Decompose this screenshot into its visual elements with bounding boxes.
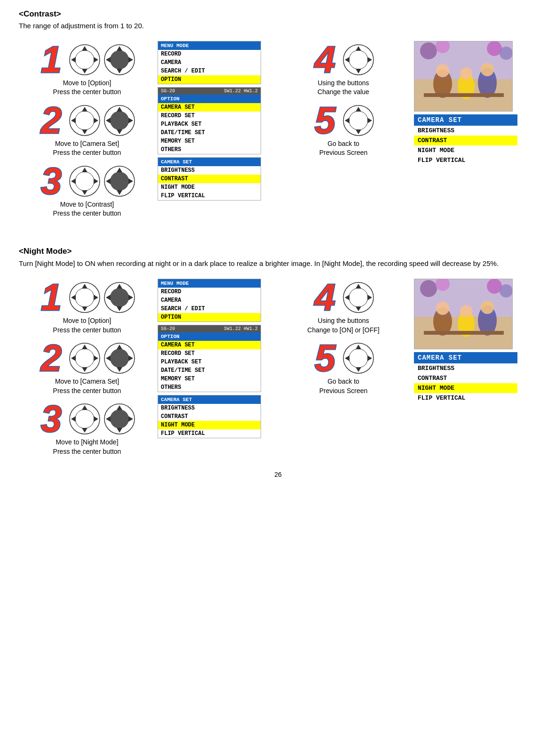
svg-marker-44 (356, 107, 361, 112)
svg-marker-101 (345, 295, 349, 300)
svg-marker-108 (367, 355, 372, 361)
svg-marker-32 (117, 168, 122, 172)
night-camera-set-item: CAMERA SET (158, 341, 261, 349)
svg-marker-29 (94, 178, 98, 184)
dpad-right-2 (103, 104, 136, 137)
svg-point-50 (420, 42, 437, 59)
svg-marker-22 (106, 118, 111, 123)
svg-marker-21 (117, 129, 122, 134)
svg-marker-90 (94, 416, 98, 422)
svg-marker-2 (82, 46, 87, 51)
night-result-screen: CAMERA SET BRIGHTNESS CONTRAST NIGHT MOD… (414, 352, 517, 403)
night-sg20-label: SG-20 (161, 326, 175, 331)
svg-marker-71 (106, 295, 111, 300)
contrast-step1-num: 1 (39, 41, 64, 79)
night-dpad-right-2 (103, 342, 136, 375)
night-step3-num: 3 (39, 400, 64, 438)
contrast-left-steps: 1 (19, 41, 155, 219)
svg-point-19 (110, 111, 129, 130)
svg-marker-35 (128, 178, 133, 184)
contrast-menu-option: OPTION (158, 75, 261, 84)
svg-point-92 (110, 410, 129, 428)
svg-marker-23 (128, 118, 133, 123)
night-step4-num: 4 (312, 279, 338, 316)
night-cs-contrast: CONTRAST (414, 373, 517, 383)
contrast-option-screen: SG-20 SW1.22 HW1.2 OPTION CAMERA SET REC… (158, 87, 261, 154)
dpad-left-2 (68, 104, 101, 137)
night-cs-brightness: BRIGHTNESS (414, 363, 517, 373)
night-datetime-set-item: DATE/TIME SET (158, 366, 261, 375)
night-step2-row: 2 (39, 339, 136, 377)
svg-marker-9 (117, 69, 122, 73)
svg-point-111 (420, 280, 437, 297)
contrast-step4-block: 4 Using the buttonsCh (275, 41, 412, 97)
night-step5-dpads (342, 342, 375, 375)
contrast-step2-num: 2 (39, 102, 64, 139)
night-mode-title: <Night Mode> (19, 247, 537, 256)
contrast-result-screen: CAMERA SET BRIGHTNESS CONTRAST NIGHT MOD… (414, 114, 517, 165)
night-dpad-step4 (342, 281, 375, 314)
svg-marker-8 (117, 46, 122, 51)
contrast-cs-night-mode: NIGHT MODE (414, 145, 517, 155)
contrast-option-header: OPTION (158, 95, 261, 103)
svg-marker-27 (82, 190, 87, 195)
svg-marker-95 (106, 416, 111, 422)
contrast-cs-header: CAMERA SET (414, 114, 517, 126)
contrast-photo-svg (414, 41, 513, 112)
svg-point-74 (75, 349, 94, 368)
night-cs-night-mode: NIGHT MODE (414, 383, 517, 393)
contrast-menu-mode-screen: MENU MODE RECORD CAMERA SEARCH / EDIT OP… (158, 41, 261, 84)
svg-point-120 (481, 301, 494, 314)
svg-marker-89 (71, 416, 76, 422)
contrast-playback-set-item: PLAYBACK SET (158, 120, 261, 129)
contrast-cs-flip: FLIP VERTICAL (414, 155, 517, 165)
svg-marker-84 (128, 355, 133, 361)
svg-marker-26 (82, 168, 87, 172)
svg-marker-87 (82, 405, 87, 410)
contrast-step1-block: 1 (19, 41, 155, 97)
svg-point-98 (349, 288, 368, 307)
night-record-set-item: RECORD SET (158, 349, 261, 358)
night-dpad-left-2 (68, 342, 101, 375)
svg-point-13 (75, 111, 94, 130)
contrast-contrast-item: CONTRAST (158, 175, 261, 183)
contrast-desc: The range of adjustment is from 1 to 20. (19, 21, 537, 32)
contrast-menu-camera: CAMERA (158, 58, 261, 67)
night-step4-dpads (342, 281, 375, 314)
night-memory-set-item: MEMORY SET (158, 375, 261, 383)
night-step3-label: Move to [Night Mode]Press the center but… (53, 438, 121, 456)
night-step1-block: 1 (19, 279, 155, 335)
svg-point-55 (436, 64, 449, 77)
svg-marker-20 (117, 107, 122, 112)
svg-point-43 (349, 111, 368, 130)
svg-marker-4 (71, 57, 76, 63)
svg-point-118 (460, 305, 472, 317)
svg-marker-45 (356, 129, 361, 134)
svg-point-25 (75, 172, 94, 191)
night-dpad-left-1 (68, 281, 101, 314)
svg-marker-75 (82, 345, 87, 349)
night-menu-mode-screen: MENU MODE RECORD CAMERA SEARCH / EDIT OP… (158, 279, 261, 322)
svg-marker-70 (117, 306, 122, 311)
svg-point-53 (500, 47, 513, 60)
contrast-step5-block: 5 Go back toPrevious (275, 102, 412, 158)
svg-marker-69 (117, 284, 122, 289)
contrast-step2-label: Move to [Camera Set]Press the center but… (53, 139, 121, 158)
contrast-right-screens: CAMERA SET BRIGHTNESS CONTRAST NIGHT MOD… (414, 41, 522, 165)
night-steps-area: 1 (19, 279, 537, 457)
contrast-night-mode-item: NIGHT MODE (158, 183, 261, 192)
contrast-photo (414, 41, 513, 112)
night-step1-dpads (68, 281, 136, 314)
night-step3-row: 3 (39, 400, 136, 438)
night-brightness-item: BRIGHTNESS (158, 404, 261, 412)
svg-marker-33 (117, 190, 122, 195)
svg-marker-94 (117, 428, 122, 433)
contrast-option-subheader: SG-20 SW1.22 HW1.2 (158, 88, 261, 95)
svg-point-114 (500, 284, 513, 298)
dpad-step4 (342, 43, 375, 76)
night-menu-record: RECORD (158, 288, 261, 296)
contrast-datetime-set-item: DATE/TIME SET (158, 129, 261, 137)
night-step3-dpads (68, 402, 136, 435)
contrast-section: <Contrast> The range of adjustment is fr… (19, 9, 537, 218)
night-version-label: SW1.22 HW1.2 (224, 326, 258, 331)
